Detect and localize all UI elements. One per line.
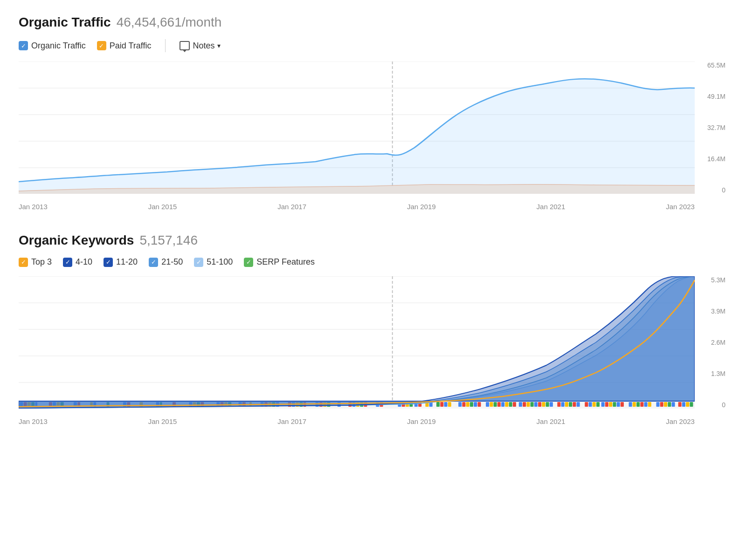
svg-rect-80 [458,402,462,407]
svg-rect-99 [538,402,541,407]
legend-paid-label: Paid Traffic [110,41,152,51]
organic-traffic-legend: ✓ Organic Traffic ✓ Paid Traffic Notes ▾ [19,39,727,52]
organic-keywords-title: Organic Keywords [19,233,134,248]
keywords-y-axis: 5.3M 3.9M 2.6M 1.3M 0 [695,276,727,409]
svg-rect-115 [609,402,612,407]
svg-rect-86 [486,402,489,407]
y-label-4: 0 [722,186,725,194]
svg-rect-109 [585,402,588,407]
svg-rect-107 [573,402,576,407]
legend-4-10[interactable]: ✓ 4-10 [63,257,92,267]
checkbox-11-20[interactable]: ✓ [104,258,113,267]
kw-y-label-4: 0 [722,401,725,409]
svg-rect-103 [557,402,560,407]
svg-rect-110 [588,402,592,407]
kw-y-label-0: 5.3M [711,276,725,284]
svg-rect-83 [470,402,473,407]
kw-x-label-4: Jan 2021 [537,417,566,425]
organic-traffic-chart-area [19,61,695,194]
svg-rect-123 [644,402,648,407]
checkbox-51-100[interactable]: ✓ [194,258,203,267]
svg-rect-126 [660,402,663,407]
svg-rect-108 [577,402,580,407]
legend-11-20[interactable]: ✓ 11-20 [104,257,138,267]
organic-keywords-value: 5,157,146 [139,233,198,248]
organic-traffic-svg [19,61,695,194]
legend-21-50[interactable]: ✓ 21-50 [149,257,183,267]
svg-rect-116 [613,402,616,407]
legend-serp-label: SERP Features [256,257,315,267]
checkbox-21-50[interactable]: ✓ [149,258,158,267]
svg-rect-113 [601,402,605,407]
svg-rect-84 [474,402,477,407]
svg-rect-127 [664,402,667,407]
svg-rect-105 [565,402,568,407]
notes-label: Notes [193,41,214,51]
kw-x-label-2: Jan 2017 [277,417,306,425]
svg-rect-92 [509,402,512,407]
legend-11-20-label: 11-20 [116,257,138,267]
x-label-5: Jan 2023 [666,203,695,211]
legend-organic-traffic[interactable]: ✓ Organic Traffic [19,41,86,51]
checkbox-top3[interactable]: ✓ [19,258,28,267]
svg-rect-95 [523,402,526,407]
svg-rect-132 [686,402,689,407]
svg-rect-100 [542,402,545,407]
organic-keywords-svg [19,276,695,409]
svg-rect-77 [440,402,443,407]
checkbox-4-10[interactable]: ✓ [63,258,72,267]
organic-traffic-section: Organic Traffic 46,454,661/month ✓ Organ… [19,15,727,211]
x-label-1: Jan 2015 [148,203,177,211]
x-label-4: Jan 2021 [537,203,566,211]
svg-rect-112 [596,402,600,407]
svg-rect-76 [436,402,440,407]
svg-rect-129 [671,402,675,407]
checkbox-organic[interactable]: ✓ [19,41,28,50]
legend-serp[interactable]: ✓ SERP Features [244,257,315,267]
svg-rect-125 [656,402,659,407]
svg-rect-97 [531,402,534,407]
legend-51-100[interactable]: ✓ 51-100 [194,257,233,267]
organic-keywords-legend: ✓ Top 3 ✓ 4-10 ✓ 11-20 ✓ 21-50 ✓ 51-100 … [19,257,727,267]
legend-paid-traffic[interactable]: ✓ Paid Traffic [97,41,152,51]
svg-rect-124 [648,402,651,407]
legend-organic-label: Organic Traffic [31,41,86,51]
kw-x-label-0: Jan 2013 [19,417,48,425]
y-label-0: 65.5M [707,61,725,69]
svg-rect-101 [546,402,549,407]
checkbox-paid[interactable]: ✓ [97,41,106,50]
kw-x-label-1: Jan 2015 [148,417,177,425]
svg-rect-117 [617,402,620,407]
svg-rect-119 [629,402,632,407]
notes-chevron-icon: ▾ [217,42,221,49]
svg-rect-133 [690,402,693,407]
y-label-1: 49.1M [707,93,725,100]
kw-y-label-2: 2.6M [711,339,725,346]
svg-rect-98 [534,402,538,407]
kw-x-label-3: Jan 2019 [407,417,436,425]
y-label-2: 32.7M [707,124,725,131]
keywords-x-axis: Jan 2013 Jan 2015 Jan 2017 Jan 2019 Jan … [19,415,695,425]
svg-rect-102 [550,402,553,407]
notes-button[interactable]: Notes ▾ [180,41,221,51]
svg-rect-78 [444,402,447,407]
svg-rect-114 [605,402,608,407]
x-label-0: Jan 2013 [19,203,48,211]
checkbox-serp[interactable]: ✓ [244,258,253,267]
x-label-3: Jan 2019 [407,203,436,211]
legend-51-100-label: 51-100 [207,257,233,267]
svg-rect-111 [593,402,596,407]
svg-rect-93 [513,402,516,407]
svg-rect-79 [448,402,451,407]
legend-top3[interactable]: ✓ Top 3 [19,257,52,267]
notes-icon [180,41,190,50]
legend-21-50-label: 21-50 [161,257,183,267]
organic-traffic-value: 46,454,661/month [117,15,222,30]
svg-rect-89 [497,402,501,407]
organic-traffic-title: Organic Traffic [19,15,111,30]
x-label-2: Jan 2017 [277,203,306,211]
organic-traffic-chart: 65.5M 49.1M 32.7M 16.4M 0 Jan 2013 Jan 2… [19,61,727,211]
svg-rect-106 [569,402,572,407]
svg-rect-81 [462,402,465,407]
kw-y-label-3: 1.3M [711,370,725,377]
